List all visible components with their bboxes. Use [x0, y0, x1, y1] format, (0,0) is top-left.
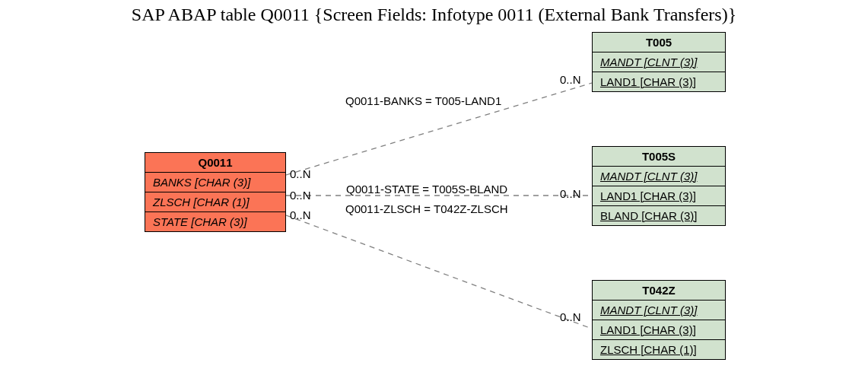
entity-t042z-field-land1: LAND1 [CHAR (3)] — [593, 320, 725, 340]
entity-t005s: T005S MANDT [CLNT (3)] LAND1 [CHAR (3)] … — [592, 146, 726, 226]
entity-t005s-field-mandt: MANDT [CLNT (3)] — [593, 167, 725, 186]
entity-t042z-header: T042Z — [593, 281, 725, 301]
rel-label-zlsch-zlsch: Q0011-ZLSCH = T042Z-ZLSCH — [345, 202, 508, 215]
entity-t042z: T042Z MANDT [CLNT (3)] LAND1 [CHAR (3)] … — [592, 280, 726, 360]
card-3-left: 0..N — [290, 208, 311, 221]
entity-q0011-field-state: STATE [CHAR (3)] — [145, 212, 285, 231]
entity-t005s-field-bland: BLAND [CHAR (3)] — [593, 206, 725, 225]
entity-t005s-header: T005S — [593, 147, 725, 167]
entity-t005s-field-land1: LAND1 [CHAR (3)] — [593, 186, 725, 206]
entity-t005-header: T005 — [593, 33, 725, 52]
entity-q0011-field-zlsch: ZLSCH [CHAR (1)] — [145, 192, 285, 212]
entity-q0011-header: Q0011 — [145, 153, 285, 173]
entity-q0011-field-banks: BANKS [CHAR (3)] — [145, 173, 285, 192]
entity-t005-field-mandt: MANDT [CLNT (3)] — [593, 52, 725, 72]
entity-t005-field-land1: LAND1 [CHAR (3)] — [593, 72, 725, 91]
card-1-left: 0..N — [290, 167, 311, 180]
card-3-right: 0..N — [560, 310, 581, 323]
card-1-right: 0..N — [560, 73, 581, 86]
entity-t042z-field-mandt: MANDT [CLNT (3)] — [593, 301, 725, 320]
card-2-left: 0..N — [290, 189, 311, 202]
card-2-right: 0..N — [560, 187, 581, 200]
entity-q0011: Q0011 BANKS [CHAR (3)] ZLSCH [CHAR (1)] … — [145, 152, 286, 232]
diagram-title: SAP ABAP table Q0011 {Screen Fields: Inf… — [0, 5, 868, 25]
entity-t005: T005 MANDT [CLNT (3)] LAND1 [CHAR (3)] — [592, 32, 726, 92]
entity-t042z-field-zlsch: ZLSCH [CHAR (1)] — [593, 340, 725, 359]
rel-label-state-bland: Q0011-STATE = T005S-BLAND — [346, 183, 507, 196]
rel-label-banks-land1: Q0011-BANKS = T005-LAND1 — [345, 94, 501, 107]
svg-line-2 — [286, 215, 592, 329]
